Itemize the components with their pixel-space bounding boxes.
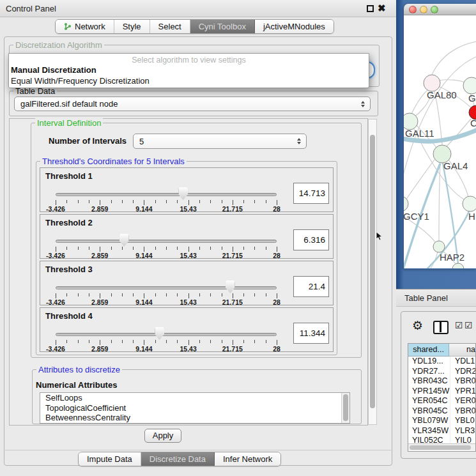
- network-node-label: GCY1: [404, 211, 429, 222]
- tick-label: 28: [273, 252, 280, 259]
- tick-mark: [254, 340, 255, 343]
- close-icon[interactable]: ✖: [378, 3, 386, 14]
- tab-impute-data[interactable]: Impute Data: [79, 452, 141, 466]
- table-data-combobox[interactable]: galFiltered.sif default node: [14, 96, 371, 111]
- apply-button[interactable]: Apply: [144, 429, 181, 443]
- threshold-slider-thumb[interactable]: [226, 280, 235, 293]
- table-cell-name: YDR2: [450, 367, 475, 377]
- tick-mark: [155, 247, 156, 250]
- tab-discretize-data[interactable]: Discretize Data: [141, 452, 215, 466]
- tab-select[interactable]: Select: [150, 20, 190, 33]
- tab-network[interactable]: Network: [56, 20, 114, 33]
- network-node-hap2[interactable]: [433, 241, 445, 252]
- column-header-name[interactable]: na: [449, 344, 475, 357]
- threshold-label: Threshold 3: [45, 265, 93, 274]
- network-node-h[interactable]: [463, 196, 476, 211]
- threshold-slider-thumb[interactable]: [178, 187, 188, 200]
- checkbox-icon[interactable]: ☑: [455, 320, 463, 330]
- table-row[interactable]: YDR27...YDR2: [408, 367, 475, 377]
- threshold-label: Threshold 1: [45, 171, 93, 181]
- table-horizontal-scrollbar[interactable]: [408, 443, 475, 450]
- table-cell-name: YDL1: [450, 357, 475, 367]
- threshold-slider-thumb[interactable]: [155, 327, 164, 340]
- node-attribute-table[interactable]: shared... na YDL19...YDL1YDR27...YDR2YBR…: [408, 343, 476, 452]
- tick-mark: [89, 200, 89, 203]
- table-row[interactable]: YBR045CYBR0: [408, 406, 475, 417]
- threshold-slider-track[interactable]: [56, 286, 277, 289]
- algorithm-option-equal-width-frequency-discretization[interactable]: Equal Width/Frequency Discretization: [9, 75, 369, 86]
- tab-style[interactable]: Style: [114, 20, 150, 33]
- list-scrollbar[interactable]: [341, 393, 349, 423]
- network-node-label: HAP2: [440, 252, 464, 263]
- tick-mark: [254, 200, 255, 203]
- tick-mark: [277, 293, 277, 298]
- number-of-intervals-label: Number of Intervals: [49, 136, 127, 146]
- table-row[interactable]: YER054CYER0: [408, 396, 475, 406]
- threshold-value-field[interactable]: 14.713: [293, 183, 329, 204]
- number-of-intervals-combobox[interactable]: 5: [133, 134, 307, 149]
- tab-label: Select: [158, 22, 181, 31]
- float-window-icon[interactable]: [367, 5, 374, 12]
- numerical-attributes-list[interactable]: SelfLoopsTopologicalCoefficientBetweenne…: [40, 392, 350, 424]
- minimize-traffic-light-icon[interactable]: [420, 6, 427, 13]
- checkbox-icon[interactable]: ☑: [464, 320, 473, 330]
- table-cell-shared-name: YPR145W: [408, 387, 450, 397]
- zoom-traffic-light-icon[interactable]: [431, 6, 438, 13]
- tick-label: 21.715: [222, 205, 243, 213]
- tick-label: 9.144: [135, 298, 152, 306]
- column-header-shared-name[interactable]: shared...: [408, 344, 449, 357]
- network-node[interactable]: [452, 263, 464, 268]
- tick-mark: [199, 247, 200, 250]
- cyni-mode-tab-bar: Impute DataDiscretize DataInfer Network: [78, 452, 281, 466]
- table-row[interactable]: YBR043CYBR0: [408, 376, 475, 387]
- tick-label: 21.715: [222, 298, 243, 306]
- table-panel-header: Table Panel: [396, 289, 476, 307]
- tab-cyni-toolbox[interactable]: Cyni Toolbox: [190, 20, 255, 33]
- tab-jactivemnodules[interactable]: jActiveMNodules: [255, 20, 334, 33]
- table-row[interactable]: YPR145WYPR1: [408, 387, 475, 397]
- threshold-slider-track[interactable]: [56, 193, 277, 196]
- tick-mark: [56, 200, 56, 205]
- threshold-slider-track[interactable]: [56, 240, 277, 243]
- tick-mark: [100, 200, 100, 205]
- threshold-value-field[interactable]: 21.4: [293, 276, 329, 297]
- table-row[interactable]: YDL19...YDL1: [408, 357, 475, 367]
- tick-mark: [254, 247, 255, 250]
- tick-mark: [277, 247, 277, 252]
- vertical-scrollbar-thumb[interactable]: [370, 135, 375, 408]
- table-horizontal-scrollbar-thumb[interactable]: [410, 445, 471, 450]
- gear-icon[interactable]: ⚙: [412, 319, 423, 333]
- tick-mark: [243, 293, 244, 296]
- control-panel-titlebar: Control Panel ✖: [0, 0, 396, 17]
- threshold-slider-track[interactable]: [56, 333, 277, 336]
- network-node-gcy1[interactable]: [404, 196, 408, 211]
- attribute-item-topologicalcoefficient[interactable]: TopologicalCoefficient: [40, 403, 349, 413]
- network-node-label: GAL11: [405, 128, 434, 139]
- network-canvas[interactable]: GAL80GACGAL11GAL4GCY1HHAP2: [404, 15, 476, 268]
- network-node-ga[interactable]: [463, 77, 476, 94]
- table-row[interactable]: YLR345WYLR3: [408, 426, 475, 436]
- threshold-label: Threshold 4: [45, 311, 93, 321]
- slider-tick-labels: -3.4262.8599.14415.4321.71528: [56, 205, 277, 211]
- tick-label: 28: [273, 345, 280, 353]
- algorithm-option-manual-discretization[interactable]: Manual Discretization: [9, 65, 369, 75]
- tick-mark: [133, 293, 134, 296]
- attribute-item-selfloops[interactable]: SelfLoops: [40, 393, 349, 403]
- threshold-value-field[interactable]: 6.316: [293, 229, 329, 250]
- split-view-icon[interactable]: [433, 321, 449, 334]
- threshold-value-field[interactable]: 11.344: [293, 323, 329, 344]
- vertical-scrollbar[interactable]: [368, 119, 377, 425]
- threshold-slider-thumb[interactable]: [119, 234, 129, 247]
- network-node-label: GAL4: [443, 160, 468, 171]
- tick-mark: [222, 340, 222, 343]
- tick-mark: [210, 247, 211, 250]
- tick-mark: [155, 200, 156, 203]
- tick-label: 9.144: [135, 252, 152, 259]
- tick-mark: [277, 200, 277, 205]
- tick-label: 2.859: [91, 345, 108, 353]
- tab-infer-network[interactable]: Infer Network: [215, 452, 280, 466]
- close-traffic-light-icon[interactable]: [409, 6, 417, 13]
- attribute-item-betweennesscentrality[interactable]: BetweennessCentrality: [40, 413, 349, 423]
- list-scrollbar-thumb[interactable]: [343, 394, 348, 421]
- table-row[interactable]: YBL079WYBL0: [408, 416, 475, 426]
